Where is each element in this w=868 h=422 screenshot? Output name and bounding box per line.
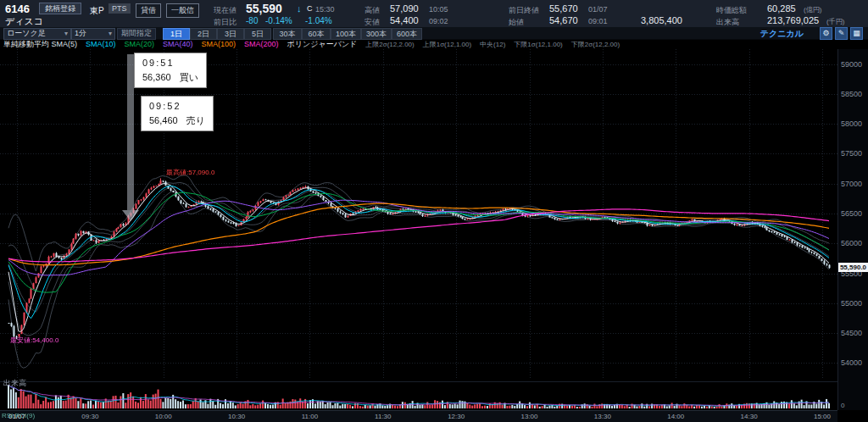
x-axis-label: 12:30 <box>437 413 475 420</box>
x-axis-label: 11:30 <box>364 413 402 420</box>
grid-icon[interactable]: ▦ <box>850 27 863 40</box>
volume-shares-value: 3,805,400 <box>641 15 682 25</box>
chart-type-value: ローソク足 <box>7 29 46 37</box>
gear-icon[interactable]: ⚙ <box>820 27 832 40</box>
buy-annotation-time: 09:51 <box>142 56 198 70</box>
current-price-badge: 55,590.0 <box>838 263 868 272</box>
open-time: 09:01 <box>588 17 608 25</box>
low-time: 09:02 <box>429 17 448 25</box>
sma-title: 単純移動平均 SMA(5) <box>3 39 77 49</box>
high-value: 57,090 <box>390 3 419 14</box>
indicator-legend: 単純移動平均 SMA(5) SMA(10) SMA(20) SMA(40) SM… <box>3 39 834 49</box>
sma10-legend: SMA(10) <box>86 40 116 48</box>
y-axis-tick: 55000 <box>841 299 862 308</box>
y-axis-tick: 59000 <box>841 60 862 69</box>
sell-annotation-side: 売り <box>186 115 205 125</box>
annotation-arrow-head-icon <box>122 210 139 221</box>
sma40-legend: SMA(40) <box>163 40 193 48</box>
session-high-marker: 最高値:57,090.0 <box>166 168 214 177</box>
quote-header: 6146 銘柄登録 東P PTS 貸借 一般信 ディスコ 現在値 55,590 … <box>0 0 868 28</box>
period-button-3d[interactable]: 3日 <box>217 28 244 40</box>
range-mode-button[interactable]: 期間指定 <box>117 28 156 40</box>
x-axis-label: 13:00 <box>511 413 548 420</box>
x-axis-label: 13:30 <box>584 413 621 420</box>
x-axis-label: 14:30 <box>731 413 768 420</box>
x-axis-label: 15:00 <box>804 413 841 420</box>
high-time: 10:05 <box>429 5 448 14</box>
bollinger-param: 上限2σ(12,2.00) <box>365 40 414 49</box>
change-percent-2: -1.04% <box>305 16 332 25</box>
period-button-5d[interactable]: 5日 <box>244 28 271 40</box>
time-axis[interactable]: 01/0709:3010:0010:3011:0011:3012:3013:00… <box>0 410 837 422</box>
market-cap-value: 60,285 <box>767 3 796 14</box>
margin-badge-ippan: 一般信 <box>166 3 199 18</box>
session-flag: C <box>307 4 313 13</box>
register-stock-button[interactable]: 銘柄登録 <box>39 3 81 14</box>
interval-select[interactable]: 1分▾ <box>71 28 115 40</box>
period-button-300[interactable]: 300本 <box>361 28 392 40</box>
down-arrow-icon: ↓ <box>297 3 302 14</box>
price-axis[interactable]: 55,590.0 5900058500580005750057000565005… <box>837 49 868 410</box>
stock-name: ディスコ <box>5 15 43 28</box>
prev-close-value: 55,670 <box>549 3 578 14</box>
y-axis-tick: 54000 <box>841 358 862 367</box>
indicator-tab-label[interactable]: RSI,RCI(9) <box>2 412 35 419</box>
period-button-1d[interactable]: 1日 <box>163 28 190 40</box>
low-value: 54,400 <box>390 15 419 25</box>
bollinger-param: 中央(12) <box>480 40 505 49</box>
sma20-legend: SMA(20) <box>125 40 155 48</box>
sell-annotation-time: 09:52 <box>149 99 205 114</box>
current-price-label: 現在値 <box>214 5 236 16</box>
current-time: 15:30 <box>315 5 335 14</box>
chevron-down-icon: ▾ <box>108 29 112 38</box>
bollinger-param: 下限1σ(12,1.00) <box>514 40 562 49</box>
x-axis-label: 14:00 <box>657 413 694 420</box>
chart-toolbar: ローソク足▾ 1分▾ 期間指定 1日 2日 3日 5日 30本 60本 100本… <box>0 27 868 40</box>
period-button-600[interactable]: 600本 <box>392 28 422 40</box>
period-button-30[interactable]: 30本 <box>273 28 302 40</box>
x-axis-label: 11:00 <box>291 413 328 420</box>
market-cap-label: 時価総額 <box>716 5 747 16</box>
change-percent: -0.14% <box>265 16 292 25</box>
y-axis-tick: 54500 <box>841 329 862 337</box>
prev-close-date: 01/07 <box>588 5 608 14</box>
market-label: 東P <box>90 5 104 17</box>
high-label: 高値 <box>364 5 380 16</box>
open-value: 54,670 <box>549 15 578 25</box>
sell-annotation-detail: 56,460売り <box>149 114 205 128</box>
turnover-unit: (千円) <box>826 17 844 26</box>
session-low-marker: 最安値:54,400.0 <box>10 336 58 345</box>
market-cap-unit: (億円) <box>804 5 821 14</box>
buy-annotation: 09:51 56,360買い <box>134 53 207 88</box>
y-axis-tick: 58000 <box>841 119 862 128</box>
period-button-100[interactable]: 100本 <box>331 28 361 40</box>
sell-annotation: 09:52 56,460売り <box>141 96 214 131</box>
sma100-legend: SMA(100) <box>202 40 236 48</box>
y-axis-tick: 58500 <box>841 90 862 98</box>
x-axis-label: 09:30 <box>71 413 108 420</box>
buy-annotation-side: 買い <box>180 72 198 82</box>
volume-pane-title: 出来高 <box>3 378 26 389</box>
current-price-value: 55,590 <box>246 2 282 15</box>
chart-canvas[interactable] <box>0 49 837 410</box>
sell-annotation-price: 56,460 <box>149 115 178 125</box>
y-axis-tick: 57500 <box>841 149 862 158</box>
interval-value: 1分 <box>75 29 86 37</box>
y-axis-tick: 56500 <box>841 209 862 218</box>
buy-annotation-price: 56,360 <box>142 72 171 82</box>
chart-type-select[interactable]: ローソク足▾ <box>3 28 71 40</box>
period-button-60[interactable]: 60本 <box>302 28 331 40</box>
buy-annotation-detail: 56,360買い <box>142 70 198 85</box>
margin-badge-taishaku: 貸借 <box>136 3 161 18</box>
period-button-2d[interactable]: 2日 <box>190 28 217 40</box>
stock-code: 6146 <box>5 3 30 15</box>
technical-button[interactable]: テクニカル <box>760 28 804 40</box>
prev-close-label: 前日終値 <box>509 5 539 16</box>
y-axis-tick: 57000 <box>841 180 862 188</box>
annotation-arrow-shaft <box>127 54 134 210</box>
sma200-legend: SMA(200) <box>244 40 279 48</box>
x-axis-label: 10:00 <box>145 413 182 420</box>
pts-badge: PTS <box>108 3 131 14</box>
y-axis-tick: 56000 <box>841 239 862 247</box>
pencil-icon[interactable]: ✎ <box>835 27 848 40</box>
